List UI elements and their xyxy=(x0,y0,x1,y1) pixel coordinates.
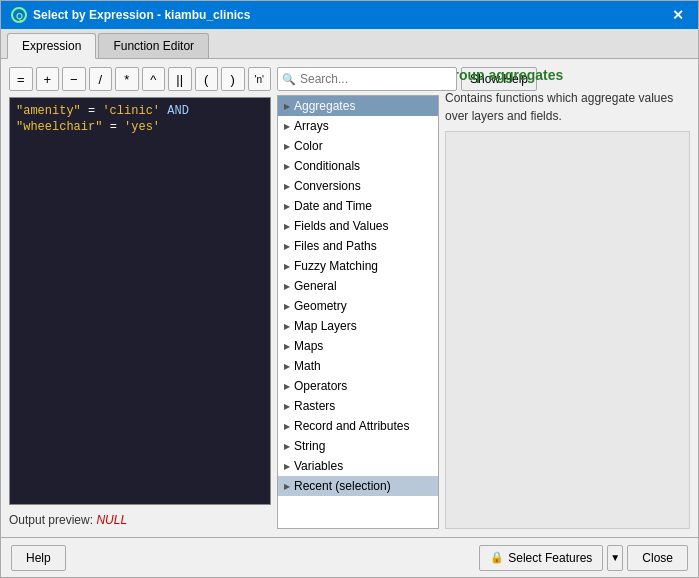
arrow-aggregates: ▶ xyxy=(284,102,290,111)
arrow-recent: ▶ xyxy=(284,482,290,491)
help-button[interactable]: Help xyxy=(11,545,66,571)
select-features-label: Select Features xyxy=(508,551,592,565)
function-group-general[interactable]: ▶ General xyxy=(278,276,438,296)
function-group-rasters[interactable]: ▶ Rasters xyxy=(278,396,438,416)
function-group-arrays[interactable]: ▶ Arrays xyxy=(278,116,438,136)
arrow-operators: ▶ xyxy=(284,382,290,391)
function-group-label: Operators xyxy=(294,379,347,393)
arrow-record-attributes: ▶ xyxy=(284,422,290,431)
svg-text:Q: Q xyxy=(16,11,23,21)
expr-equals-op2: = xyxy=(110,120,124,134)
function-group-color[interactable]: ▶ Color xyxy=(278,136,438,156)
search-wrapper: 🔍 xyxy=(277,67,457,91)
lock-icon: 🔒 xyxy=(490,551,504,564)
help-title: group aggregates xyxy=(445,67,690,83)
search-bar: 🔍 Show Help xyxy=(277,67,439,91)
function-group-label: Rasters xyxy=(294,399,335,413)
concat-button[interactable]: || xyxy=(168,67,192,91)
minus-button[interactable]: − xyxy=(62,67,86,91)
function-group-conversions[interactable]: ▶ Conversions xyxy=(278,176,438,196)
help-filler xyxy=(445,131,690,529)
arrow-string: ▶ xyxy=(284,442,290,451)
expression-line-1: "amenity" = 'clinic' AND xyxy=(16,104,264,118)
function-group-fields-values[interactable]: ▶ Fields and Values xyxy=(278,216,438,236)
function-group-files-paths[interactable]: ▶ Files and Paths xyxy=(278,236,438,256)
middle-panel: 🔍 Show Help ▶ Aggregates ▶ Arrays ▶ Colo… xyxy=(277,67,439,529)
expr-and-keyword: AND xyxy=(167,104,189,118)
equals-button[interactable]: = xyxy=(9,67,33,91)
search-input[interactable] xyxy=(277,67,457,91)
function-group-label: General xyxy=(294,279,337,293)
output-value: NULL xyxy=(96,513,127,527)
close-window-button[interactable]: ✕ xyxy=(668,7,688,23)
tab-bar: Expression Function Editor xyxy=(1,29,698,59)
expression-editor[interactable]: "amenity" = 'clinic' AND "wheelchair" = … xyxy=(9,97,271,505)
arrow-fields-values: ▶ xyxy=(284,222,290,231)
bottom-bar: Help 🔒 Select Features ▼ Close xyxy=(1,537,698,577)
function-group-label: Maps xyxy=(294,339,323,353)
function-group-label: String xyxy=(294,439,325,453)
arrow-geometry: ▶ xyxy=(284,302,290,311)
multiply-button[interactable]: * xyxy=(115,67,139,91)
power-button[interactable]: ^ xyxy=(142,67,166,91)
arrow-date-time: ▶ xyxy=(284,202,290,211)
arrow-variables: ▶ xyxy=(284,462,290,471)
plus-button[interactable]: + xyxy=(36,67,60,91)
bottom-right: 🔒 Select Features ▼ Close xyxy=(479,545,688,571)
function-group-maps[interactable]: ▶ Maps xyxy=(278,336,438,356)
arrow-math: ▶ xyxy=(284,362,290,371)
function-group-label: Conversions xyxy=(294,179,361,193)
close-button[interactable]: Close xyxy=(627,545,688,571)
arrow-fuzzy-matching: ▶ xyxy=(284,262,290,271)
arrow-conversions: ▶ xyxy=(284,182,290,191)
select-features-dropdown-button[interactable]: ▼ xyxy=(607,545,623,571)
select-features-button[interactable]: 🔒 Select Features xyxy=(479,545,603,571)
tab-expression[interactable]: Expression xyxy=(7,33,96,59)
open-paren-button[interactable]: ( xyxy=(195,67,219,91)
main-content: = + − / * ^ || ( ) 'n' "amenity" = 'clin… xyxy=(1,59,698,537)
arrow-color: ▶ xyxy=(284,142,290,151)
function-group-fuzzy-matching[interactable]: ▶ Fuzzy Matching xyxy=(278,256,438,276)
function-group-label: Variables xyxy=(294,459,343,473)
tab-function-editor[interactable]: Function Editor xyxy=(98,33,209,58)
function-group-label: Conditionals xyxy=(294,159,360,173)
divide-button[interactable]: / xyxy=(89,67,113,91)
newline-button[interactable]: 'n' xyxy=(248,67,272,91)
function-group-label: Record and Attributes xyxy=(294,419,409,433)
expression-line-2: "wheelchair" = 'yes' xyxy=(16,120,264,134)
function-group-variables[interactable]: ▶ Variables xyxy=(278,456,438,476)
function-group-label: Fuzzy Matching xyxy=(294,259,378,273)
function-group-aggregates[interactable]: ▶ Aggregates xyxy=(278,96,438,116)
function-group-label: Recent (selection) xyxy=(294,479,391,493)
arrow-conditionals: ▶ xyxy=(284,162,290,171)
function-group-string[interactable]: ▶ String xyxy=(278,436,438,456)
function-group-map-layers[interactable]: ▶ Map Layers xyxy=(278,316,438,336)
function-group-label: Arrays xyxy=(294,119,329,133)
main-window: Q Select by Expression - kiambu_clinics … xyxy=(0,0,699,578)
expr-wheelchair-field: "wheelchair" xyxy=(16,120,102,134)
function-group-label: Map Layers xyxy=(294,319,357,333)
arrow-rasters: ▶ xyxy=(284,402,290,411)
function-group-label: Color xyxy=(294,139,323,153)
function-group-conditionals[interactable]: ▶ Conditionals xyxy=(278,156,438,176)
function-list: ▶ Aggregates ▶ Arrays ▶ Color ▶ Conditio… xyxy=(277,95,439,529)
function-group-record-attributes[interactable]: ▶ Record and Attributes xyxy=(278,416,438,436)
function-group-math[interactable]: ▶ Math xyxy=(278,356,438,376)
expr-amenity-field: "amenity" xyxy=(16,104,81,118)
function-group-geometry[interactable]: ▶ Geometry xyxy=(278,296,438,316)
title-bar-left: Q Select by Expression - kiambu_clinics xyxy=(11,7,250,23)
window-title: Select by Expression - kiambu_clinics xyxy=(33,8,250,22)
arrow-files-paths: ▶ xyxy=(284,242,290,251)
function-group-label: Math xyxy=(294,359,321,373)
function-group-date-time[interactable]: ▶ Date and Time xyxy=(278,196,438,216)
left-panel: = + − / * ^ || ( ) 'n' "amenity" = 'clin… xyxy=(9,67,271,529)
arrow-maps: ▶ xyxy=(284,342,290,351)
expr-clinic-value: 'clinic' xyxy=(102,104,160,118)
function-group-label: Files and Paths xyxy=(294,239,377,253)
function-group-label: Aggregates xyxy=(294,99,355,113)
function-group-recent[interactable]: ▶ Recent (selection) xyxy=(278,476,438,496)
help-text: Contains functions which aggregate value… xyxy=(445,89,690,125)
arrow-map-layers: ▶ xyxy=(284,322,290,331)
function-group-operators[interactable]: ▶ Operators xyxy=(278,376,438,396)
close-paren-button[interactable]: ) xyxy=(221,67,245,91)
